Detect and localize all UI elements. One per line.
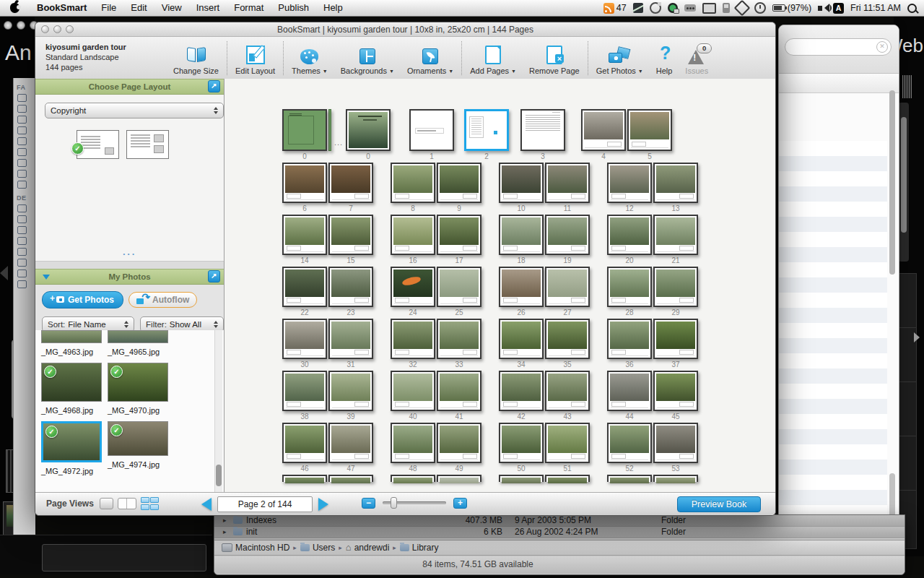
- page-thumbnail-0[interactable]: [282, 109, 327, 151]
- photo-thumbnail[interactable]: ✓: [41, 363, 102, 402]
- page-thumbnail-7[interactable]: [328, 163, 373, 203]
- status-display[interactable]: [702, 3, 716, 14]
- page-thumbnail-39[interactable]: [328, 371, 373, 411]
- page-thumbnail[interactable]: [545, 475, 590, 482]
- page-thumbnail-1[interactable]: [409, 109, 454, 151]
- page-thumbnail-22[interactable]: [282, 267, 327, 307]
- toolbar-themes-button[interactable]: Themes▼: [285, 37, 334, 79]
- single-page-view-icon[interactable]: [100, 498, 113, 509]
- menu-file[interactable]: File: [94, 0, 123, 16]
- page-thumbnail-26[interactable]: [499, 267, 544, 307]
- status-spotlight[interactable]: [907, 4, 917, 13]
- menu-view[interactable]: View: [154, 0, 189, 16]
- path-item-andrewdi[interactable]: ⌂andrewdi: [346, 543, 390, 553]
- page-thumbnail-13[interactable]: [653, 163, 698, 203]
- page-thumbnail[interactable]: [607, 475, 652, 482]
- page-thumbnail-40[interactable]: [391, 371, 435, 411]
- background-dark-scrollbar-thumb[interactable]: [901, 117, 907, 233]
- page-thumbnail-11[interactable]: [545, 163, 590, 203]
- page-thumbnail[interactable]: [282, 475, 327, 482]
- page-thumbnail-32[interactable]: [391, 319, 435, 359]
- status-timemachine[interactable]: [754, 2, 766, 14]
- toolbar-remove-page-button[interactable]: Remove Page: [523, 37, 586, 79]
- panel-resize-dots-icon[interactable]: [35, 249, 224, 259]
- page-thumbnail-5[interactable]: [627, 109, 672, 151]
- page-thumbnail-51[interactable]: [545, 423, 590, 463]
- page-thumbnail[interactable]: [653, 475, 698, 482]
- path-item-macintosh-hd[interactable]: Macintosh HD: [222, 543, 289, 553]
- page-thumbnail-24[interactable]: [391, 267, 435, 307]
- page-thumbnail-19[interactable]: [545, 215, 590, 255]
- menu-publish[interactable]: Publish: [271, 0, 316, 16]
- page-thumbnail-49[interactable]: [437, 423, 481, 463]
- status-input[interactable]: A: [833, 3, 844, 14]
- page-thumbnail-3[interactable]: [520, 109, 565, 151]
- toolbar-backgrounds-button[interactable]: Backgrounds▼: [334, 37, 401, 79]
- photo-thumbnail[interactable]: [41, 330, 102, 343]
- expand-panel-icon[interactable]: [208, 80, 220, 92]
- photo-thumbnail[interactable]: ✓: [108, 363, 168, 402]
- grid-view-icon[interactable]: [141, 497, 160, 510]
- get-photos-button[interactable]: Get Photos: [42, 291, 123, 309]
- status-volume[interactable]: [818, 6, 827, 11]
- page-thumbnail-12[interactable]: [607, 163, 652, 203]
- page-thumbnail[interactable]: [499, 475, 544, 482]
- layout-dropdown[interactable]: Copyright: [45, 103, 224, 118]
- page-thumbnail[interactable]: [328, 475, 373, 482]
- page-thumbnail-45[interactable]: [653, 371, 698, 411]
- page-thumbnail-18[interactable]: [499, 215, 544, 255]
- page-thumbnail-14[interactable]: [282, 215, 327, 255]
- background-list-scrollbar-thumb[interactable]: [889, 90, 895, 275]
- layout-option-2[interactable]: [126, 130, 169, 159]
- spread-view-icon[interactable]: [118, 498, 136, 509]
- autoflow-button[interactable]: Autoflow: [128, 292, 197, 308]
- page-thumbnail-27[interactable]: [545, 267, 590, 307]
- zoom-slider-thumb[interactable]: [391, 497, 397, 509]
- photo-thumbnail[interactable]: ✓: [108, 421, 168, 456]
- page-thumbnail-9[interactable]: [437, 163, 481, 203]
- menu-edit[interactable]: Edit: [123, 0, 154, 16]
- toolbar-issues-button[interactable]: !0Issues: [679, 37, 715, 79]
- page-thumbnail-4[interactable]: [581, 109, 626, 151]
- page-thumbnail-31[interactable]: [328, 319, 373, 359]
- finder-file-row[interactable]: ▸Indexes407.3 MB9 Apr 2003 5:05 PMFolder: [214, 515, 905, 527]
- page-thumbnail-29[interactable]: [653, 267, 698, 307]
- page-thumbnail-42[interactable]: [499, 371, 544, 411]
- page-thumbnail-50[interactable]: [499, 423, 544, 463]
- page-thumbnail-25[interactable]: [437, 267, 481, 307]
- zoom-slider[interactable]: [383, 497, 446, 509]
- apple-menu-icon[interactable]: [10, 3, 19, 13]
- page-thumbnail[interactable]: [437, 475, 481, 482]
- page-thumbnail-47[interactable]: [328, 423, 373, 463]
- page-thumbnail-37[interactable]: [653, 319, 698, 359]
- zoom-out-button[interactable]: −: [362, 498, 375, 509]
- status-sync[interactable]: [650, 2, 661, 14]
- previous-page-button[interactable]: [201, 498, 212, 511]
- photo-thumbnail[interactable]: [108, 330, 168, 343]
- status-audio[interactable]: [684, 4, 696, 12]
- toolbar-ornaments-button[interactable]: Ornaments▼: [401, 37, 460, 79]
- page-thumbnail-35[interactable]: [545, 319, 590, 359]
- status-battery[interactable]: (97%): [772, 3, 811, 13]
- path-item-library[interactable]: Library: [400, 543, 439, 553]
- status-ipod[interactable]: [723, 3, 730, 13]
- page-thumbnail-53[interactable]: [653, 423, 698, 463]
- page-thumbnail-43[interactable]: [545, 371, 590, 411]
- page-thumbnail[interactable]: [391, 475, 435, 482]
- layout-option-1[interactable]: ✓: [77, 130, 119, 159]
- clear-search-icon[interactable]: ✕: [876, 41, 888, 53]
- disclosure-arrow-icon[interactable]: ▸: [223, 515, 227, 526]
- page-thumbnail-10[interactable]: [499, 163, 544, 203]
- next-page-button[interactable]: [318, 498, 328, 511]
- page-thumbnail-34[interactable]: [499, 319, 544, 359]
- toolbar-edit-layout-button[interactable]: Edit Layout: [229, 37, 282, 79]
- page-thumbnail-8[interactable]: [391, 163, 435, 203]
- toolbar-help-button[interactable]: Help: [650, 37, 679, 79]
- menu-insert[interactable]: Insert: [189, 0, 227, 16]
- status-airport[interactable]: [736, 2, 748, 14]
- page-thumbnail-15[interactable]: [328, 215, 373, 255]
- menu-booksmart[interactable]: BookSmart: [30, 0, 94, 16]
- toolbar-add-pages-button[interactable]: Add Pages▼: [463, 37, 523, 79]
- page-thumbnail-46[interactable]: [282, 423, 327, 463]
- page-thumbnail-28[interactable]: [607, 267, 652, 307]
